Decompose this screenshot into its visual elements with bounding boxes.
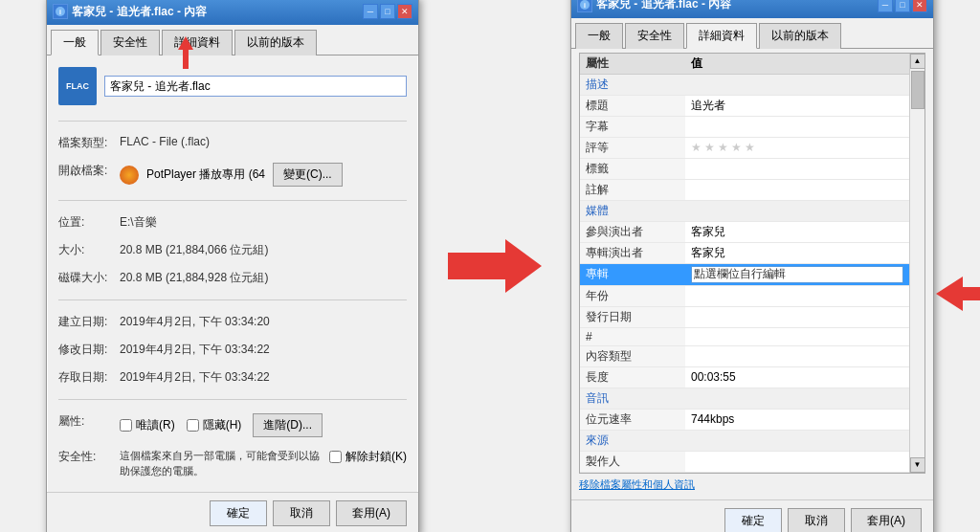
access-row: 存取日期: 2019年4月2日, 下午 03:34:22 [58,367,407,388]
table-row: 音訊 [580,388,909,409]
table-row[interactable]: 位元速率744kbps [580,409,909,430]
readonly-label: 唯讀(R) [136,417,175,433]
change-button[interactable]: 變更(C)... [273,163,343,187]
modify-label: 修改日期: [58,342,116,358]
prop-scroll[interactable]: 屬性 值 描述標題追光者字幕評等★★★★★標籤註解媒體參與演出者客家兒專輯演出者… [580,54,909,473]
left-arrow-shaft [963,287,980,300]
file-header: FLAC [58,67,407,105]
table-row[interactable]: 專輯 [580,263,909,285]
hidden-label: 隱藏(H) [203,417,242,433]
disk-size-row: 磁碟大小: 20.8 MB (21,884,928 位元組) [58,268,407,288]
readonly-checkbox-item: 唯讀(R) [120,417,175,433]
ok-button-1[interactable]: 確定 [210,500,267,526]
dialog1-footer: 確定 取消 套用(A) [47,492,418,532]
album-edit-input[interactable] [691,266,903,283]
readonly-checkbox[interactable] [120,419,132,432]
remove-properties-link[interactable]: 移除檔案屬性和個人資訊 [579,477,925,492]
scrollbar[interactable]: ▲ ▼ [909,54,924,473]
dialog1-titlebar: i 客家兒 - 追光者.flac - 內容 ─ □ ✕ [47,0,418,25]
security-label: 安全性: [58,449,116,465]
arrow-head [505,239,542,293]
unblock-checkbox-item: 解除封鎖(K) [329,449,407,465]
disk-size-value: 20.8 MB (21,884,928 位元組) [120,270,407,286]
tab-details[interactable]: 詳細資料 [162,30,233,55]
left-arrow-annotation [936,277,980,311]
table-row[interactable]: 長度00:03:55 [580,366,909,388]
security-row: 安全性: 這個檔案來自另一部電腦，可能會受到以協助保護您的電腦。 解除封鎖(K) [58,447,407,480]
right-arrow [448,239,542,293]
hidden-checkbox-item: 隱藏(H) [187,417,242,433]
filetype-label: 檔案類型: [58,135,116,151]
advanced-button[interactable]: 進階(D)... [253,413,323,437]
tab2-general[interactable]: 一般 [575,23,623,49]
dialog1-title-icon: i [53,4,68,19]
prop-table: 屬性 值 描述標題追光者字幕評等★★★★★標籤註解媒體參與演出者客家兒專輯演出者… [580,54,909,473]
tab-general[interactable]: 一般 [51,30,99,55]
file-icon: FLAC [58,67,97,105]
table-row[interactable]: 內容類型 [580,345,909,366]
table-row[interactable]: # [580,327,909,345]
table-row[interactable]: 年份 [580,285,909,306]
up-arrow-head [178,36,193,50]
opens-with-row: 開啟檔案: PotPlayer 播放專用 (64 變更(C)... [58,161,407,188]
left-arrow-head [936,277,963,311]
table-row[interactable]: 註解 [580,179,909,200]
cancel-button-2[interactable]: 取消 [788,508,845,533]
ok-button-2[interactable]: 確定 [724,508,782,533]
divider3 [58,299,407,300]
table-row[interactable]: 發行日期 [580,306,909,327]
table-row[interactable]: 製作人 [580,451,909,472]
maximize-button[interactable]: □ [380,4,395,19]
col-value: 值 [685,54,909,75]
location-label: 位置: [58,214,116,231]
opens-with-label: 開啟檔案: [58,163,116,179]
table-row[interactable]: 評等★★★★★ [580,137,909,158]
table-row[interactable]: 字幕 [580,116,909,137]
location-value: E:\音樂 [120,214,407,231]
tab-security[interactable]: 安全性 [100,30,160,55]
tab2-details[interactable]: 詳細資料 [686,23,757,49]
access-value: 2019年4月2日, 下午 03:34:22 [120,369,407,386]
close-button-2[interactable]: ✕ [912,0,927,12]
scroll-up[interactable]: ▲ [910,54,925,69]
hidden-checkbox[interactable] [187,419,199,432]
minimize-button-2[interactable]: ─ [878,0,893,12]
dialog1-tabs: 一般 安全性 詳細資料 以前的版本 [47,25,418,55]
dialog2-footer: 確定 取消 套用(A) [571,499,933,533]
svg-text:i: i [584,2,586,9]
cancel-button-1[interactable]: 取消 [273,500,330,526]
dialog2-title-icon: i [577,0,592,12]
table-row[interactable]: 專輯演出者客家兒 [580,242,909,263]
table-row: 媒體 [580,200,909,221]
size-label: 大小: [58,242,116,258]
table-row[interactable]: 參與演出者客家兒 [580,221,909,242]
apply-button-2[interactable]: 套用(A) [851,508,922,533]
tab2-previous[interactable]: 以前的版本 [759,23,841,49]
divider2 [58,200,407,201]
file-name-input[interactable] [104,76,407,97]
modify-value: 2019年4月2日, 下午 03:34:22 [120,342,407,358]
maximize-button-2[interactable]: □ [895,0,910,12]
table-row: 描述 [580,74,909,95]
create-label: 建立日期: [58,314,116,330]
divider4 [58,399,407,400]
tab2-security[interactable]: 安全性 [625,23,684,49]
up-arrow-annotation [178,36,193,69]
close-button[interactable]: ✕ [397,4,412,19]
create-row: 建立日期: 2019年4月2日, 下午 03:34:20 [58,312,407,332]
dialog2-window: i 客家兒 - 追光者.flac - 內容 ─ □ ✕ 一般 安全性 詳細資料 … [570,0,934,532]
potplayer-icon [120,166,139,185]
apply-button-1[interactable]: 套用(A) [336,500,407,526]
minimize-button[interactable]: ─ [363,4,378,19]
scroll-thumb[interactable] [911,71,924,109]
scroll-down[interactable]: ▼ [910,457,925,473]
table-row[interactable]: 標題追光者 [580,95,909,116]
size-row: 大小: 20.8 MB (21,884,066 位元組) [58,240,407,260]
tab-previous[interactable]: 以前的版本 [234,30,317,55]
access-label: 存取日期: [58,369,116,386]
filetype-value: FLAC - File (.flac) [120,135,407,148]
table-row[interactable]: 標籤 [580,158,909,179]
prop-area: 屬性 值 描述標題追光者字幕評等★★★★★標籤註解媒體參與演出者客家兒專輯演出者… [571,49,933,499]
unblock-checkbox[interactable] [329,451,342,463]
security-text: 這個檔案來自另一部電腦，可能會受到以協助保護您的電腦。 [120,449,323,478]
